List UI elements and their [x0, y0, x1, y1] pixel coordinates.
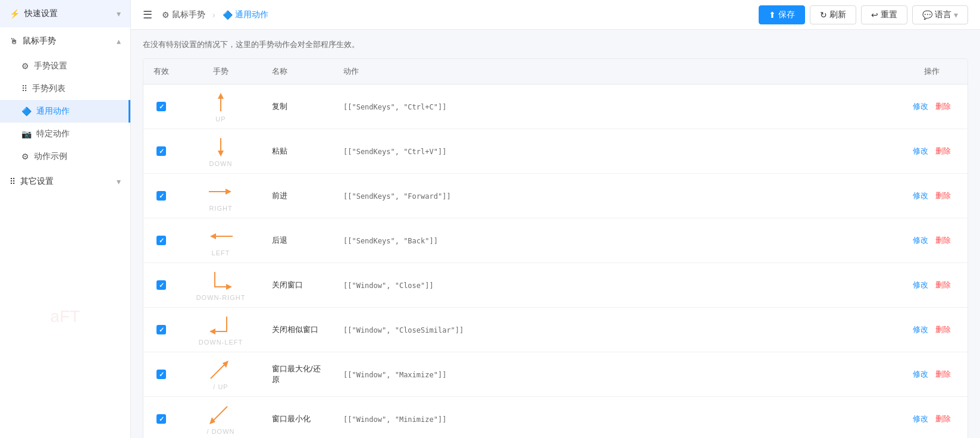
gesture-cell: UP	[179, 85, 262, 129]
edit-link[interactable]: 修改	[913, 146, 928, 155]
info-bar: 在没有特别设置的情况下，这里的手势动作会对全部程序生效。	[143, 39, 968, 50]
breadcrumb-general-action: 🔷 通用动作	[223, 10, 268, 20]
valid-checkbox[interactable]	[156, 236, 166, 245]
breadcrumb-general-action-icon: 🔷	[223, 10, 233, 20]
action-cell: [["SendKeys", "Ctrl+C"]]	[334, 85, 896, 129]
save-button[interactable]: ⬆ 保存	[759, 5, 805, 24]
sidebar-section-quick-settings[interactable]: ⚡ 快速设置 ▾	[0, 0, 130, 27]
op-cell: 修改 删除	[896, 174, 968, 218]
refresh-icon: ↻	[820, 10, 827, 20]
general-action-label: 通用动作	[36, 106, 70, 117]
edit-link[interactable]: 修改	[913, 370, 928, 378]
gesture-cell: / DOWN	[179, 397, 262, 439]
gesture-table-body: UP 复制[["SendKeys", "Ctrl+C"]]修改 删除 DOWN …	[143, 85, 968, 439]
valid-checkbox[interactable]	[156, 370, 166, 379]
sidebar-item-special-action[interactable]: 📷 特定动作	[0, 123, 130, 145]
valid-checkbox[interactable]	[156, 191, 166, 201]
valid-cell	[143, 397, 179, 439]
gesture-direction-label: DOWN-RIGHT	[196, 294, 246, 301]
sidebar-item-action-example[interactable]: ⚙ 动作示例	[0, 145, 130, 168]
gesture-direction-label: DOWN-LEFT	[199, 339, 243, 346]
op-cell: 修改 删除	[896, 218, 968, 263]
edit-link[interactable]: 修改	[913, 325, 928, 334]
valid-checkbox[interactable]	[156, 146, 166, 156]
info-text: 在没有特别设置的情况下，这里的手势动作会对全部程序生效。	[143, 40, 359, 49]
name-cell: 粘贴	[262, 129, 334, 174]
sidebar-section-other-settings[interactable]: ⠿ 其它设置 ▾	[0, 168, 130, 195]
language-icon: 💬	[922, 10, 932, 20]
valid-cell	[143, 85, 179, 129]
breadcrumb-general-action-label: 通用动作	[235, 10, 268, 20]
name-cell: 后退	[262, 218, 334, 263]
breadcrumb-mouse-gesture[interactable]: ⚙ 鼠标手势	[162, 10, 205, 20]
valid-cell	[143, 308, 179, 352]
edit-link[interactable]: 修改	[913, 102, 928, 111]
valid-checkbox[interactable]	[156, 325, 166, 334]
mouse-gesture-chevron-icon: ▴	[117, 36, 121, 46]
gesture-direction-label: / DOWN	[207, 428, 235, 435]
delete-link[interactable]: 删除	[935, 370, 951, 378]
gesture-direction-label: DOWN	[209, 160, 233, 167]
action-text: [["Window", "Close"]]	[343, 281, 434, 290]
table-header-row: 有效 手势 名称 动作 操作	[143, 59, 968, 85]
edit-link[interactable]: 修改	[913, 236, 928, 245]
name-cell: 窗口最小化	[262, 397, 334, 439]
delete-link[interactable]: 删除	[935, 325, 951, 334]
other-settings-icon: ⠿	[10, 177, 15, 186]
delete-link[interactable]: 删除	[935, 146, 951, 155]
name-cell: 关闭窗口	[262, 263, 334, 308]
action-cell: [["SendKeys", "Ctrl+V"]]	[334, 129, 896, 174]
svg-marker-9	[209, 328, 215, 334]
valid-cell	[143, 352, 179, 397]
op-cell: 修改 删除	[896, 129, 968, 174]
op-cell: 修改 删除	[896, 397, 968, 439]
edit-link[interactable]: 修改	[913, 280, 928, 289]
name-cell: 关闭相似窗口	[262, 308, 334, 352]
edit-link[interactable]: 修改	[913, 191, 928, 200]
main-area: ☰ ⚙ 鼠标手势 › 🔷 通用动作 ⬆ 保存 ↻ 刷新 ↩ 重置	[131, 0, 980, 438]
op-cell: 修改 删除	[896, 308, 968, 352]
action-text: [["Window", "CloseSimilar"]]	[343, 326, 464, 334]
gesture-settings-label: 手势设置	[34, 61, 67, 71]
valid-checkbox[interactable]	[156, 414, 166, 424]
reset-button[interactable]: ↩ 重置	[861, 5, 907, 24]
name-cell: 复制	[262, 85, 334, 129]
sidebar-item-gesture-list[interactable]: ⠿ 手势列表	[0, 77, 130, 100]
delete-link[interactable]: 删除	[935, 236, 951, 245]
save-label: 保存	[778, 10, 795, 20]
edit-link[interactable]: 修改	[913, 414, 928, 423]
gesture-cell: RIGHT	[179, 174, 262, 218]
delete-link[interactable]: 删除	[935, 280, 951, 289]
delete-link[interactable]: 删除	[935, 191, 951, 200]
sidebar: ⚡ 快速设置 ▾ 🖱 鼠标手势 ▴ ⚙ 手势设置 ⠿ 手势列表 🔷 通用动作 📷…	[0, 0, 131, 438]
topbar: ☰ ⚙ 鼠标手势 › 🔷 通用动作 ⬆ 保存 ↻ 刷新 ↩ 重置	[131, 0, 980, 30]
name-cell: 前进	[262, 174, 334, 218]
sidebar-item-gesture-settings[interactable]: ⚙ 手势设置	[0, 55, 130, 77]
table-row: / DOWN 窗口最小化[["Window", "Minimize"]]修改 删…	[143, 397, 968, 439]
content-area: 在没有特别设置的情况下，这里的手势动作会对全部程序生效。 有效 手势 名称 动作…	[131, 30, 980, 438]
sidebar-section-mouse-gesture[interactable]: 🖱 鼠标手势 ▴	[0, 27, 130, 55]
col-header-gesture: 手势	[179, 59, 262, 85]
action-cell: [["SendKeys", "Back"]]	[334, 218, 896, 263]
table-row: DOWN-RIGHT 关闭窗口[["Window", "Close"]]修改 删…	[143, 263, 968, 308]
special-action-icon: 📷	[21, 129, 32, 139]
table-row: DOWN 粘贴[["SendKeys", "Ctrl+V"]]修改 删除	[143, 129, 968, 174]
sidebar-item-general-action[interactable]: 🔷 通用动作	[0, 100, 130, 123]
valid-cell	[143, 129, 179, 174]
col-header-op: 操作	[896, 59, 968, 85]
action-text: [["Window", "Minimize"]]	[343, 415, 446, 424]
hamburger-button[interactable]: ☰	[143, 8, 152, 21]
language-button[interactable]: 💬 语言 ▾	[912, 5, 968, 24]
delete-link[interactable]: 删除	[935, 414, 951, 423]
sidebar-quick-settings-label: 快速设置	[24, 8, 58, 19]
table-row: / UP 窗口最大化/还原[["Window", "Maximize"]]修改 …	[143, 352, 968, 397]
valid-checkbox[interactable]	[156, 280, 166, 290]
gesture-list-label: 手势列表	[32, 83, 65, 94]
language-chevron-icon: ▾	[954, 10, 958, 20]
action-cell: [["SendKeys", "Forward"]]	[334, 174, 896, 218]
refresh-button[interactable]: ↻ 刷新	[810, 5, 856, 24]
gesture-cell: / UP	[179, 352, 262, 397]
valid-checkbox[interactable]	[156, 102, 166, 111]
delete-link[interactable]: 删除	[935, 102, 951, 111]
table-row: LEFT 后退[["SendKeys", "Back"]]修改 删除	[143, 218, 968, 263]
